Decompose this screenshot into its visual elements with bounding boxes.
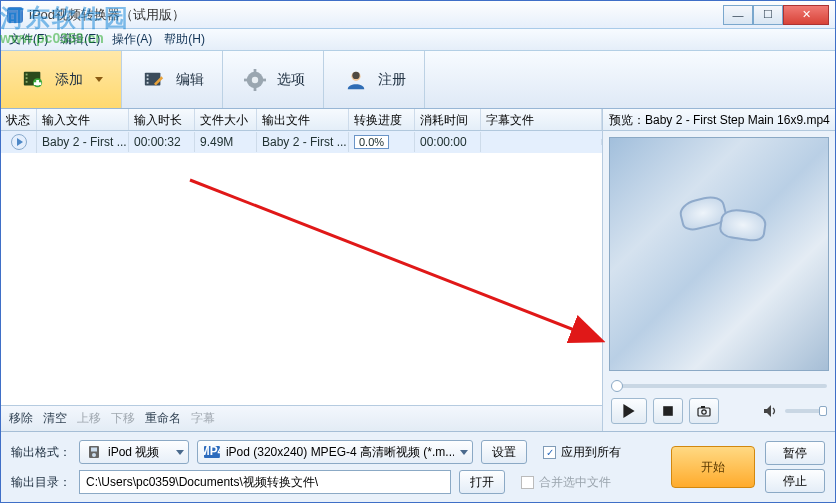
codec-combo[interactable]: MP4 iPod (320x240) MPEG-4 高清晰视频 (*.m... <box>197 440 473 464</box>
ipod-icon <box>86 445 102 459</box>
preview-panel: 预览：Baby 2 - First Step Main 16x9.mp4 <box>603 109 835 431</box>
col-input-file[interactable]: 输入文件 <box>37 109 129 130</box>
maximize-button[interactable]: ☐ <box>753 5 783 25</box>
play-button[interactable] <box>611 398 647 424</box>
close-button[interactable]: ✕ <box>783 5 829 25</box>
format-label: 输出格式： <box>11 444 71 461</box>
rename-link[interactable]: 重命名 <box>145 410 181 427</box>
preview-title: 预览：Baby 2 - First Step Main 16x9.mp4 <box>603 109 835 131</box>
minimize-button[interactable]: — <box>723 5 753 25</box>
col-subtitle[interactable]: 字幕文件 <box>481 109 602 130</box>
svg-rect-23 <box>701 406 705 408</box>
col-progress[interactable]: 转换进度 <box>349 109 415 130</box>
app-icon <box>7 7 23 23</box>
svg-rect-15 <box>254 86 257 91</box>
profile-combo[interactable]: iPod 视频 <box>79 440 189 464</box>
svg-point-19 <box>352 71 359 78</box>
table-row[interactable]: Baby 2 - First ... 00:00:32 9.49M Baby 2… <box>1 131 602 153</box>
settings-button[interactable]: 设置 <box>481 440 527 464</box>
col-output-file[interactable]: 输出文件 <box>257 109 349 130</box>
svg-rect-9 <box>147 74 149 76</box>
slider-thumb[interactable] <box>611 380 623 392</box>
svg-point-13 <box>252 76 258 82</box>
stop-button[interactable] <box>653 398 683 424</box>
svg-rect-3 <box>26 80 28 82</box>
menubar: 文件(F) 编辑(E) 操作(A) 帮助(H) <box>1 29 835 51</box>
open-button[interactable]: 打开 <box>459 470 505 494</box>
menu-edit[interactable]: 编辑(E) <box>60 31 100 48</box>
add-button[interactable]: 添加 <box>1 51 122 108</box>
clear-link[interactable]: 清空 <box>43 410 67 427</box>
stopconv-button[interactable]: 停止 <box>765 469 825 493</box>
menu-file[interactable]: 文件(F) <box>9 31 48 48</box>
volume-icon <box>763 404 779 418</box>
window-title: iPod视频转换器（试用版） <box>29 6 185 24</box>
col-input-duration[interactable]: 输入时长 <box>129 109 195 130</box>
svg-rect-17 <box>261 78 266 81</box>
svg-point-22 <box>702 410 706 414</box>
menu-help[interactable]: 帮助(H) <box>164 31 205 48</box>
snapshot-button[interactable] <box>689 398 719 424</box>
table-header: 状态 输入文件 输入时长 文件大小 输出文件 转换进度 消耗时间 字幕文件 <box>1 109 602 131</box>
merge-checkbox[interactable] <box>521 476 534 489</box>
chevron-down-icon <box>176 450 184 455</box>
svg-text:MP4: MP4 <box>204 446 220 458</box>
option-button[interactable]: 选项 <box>223 51 324 108</box>
dir-label: 输出目录： <box>11 474 71 491</box>
output-dir-input[interactable]: C:\Users\pc0359\Documents\视频转换文件\ <box>79 470 451 494</box>
gear-icon <box>241 66 269 94</box>
svg-point-26 <box>92 453 96 457</box>
seek-slider[interactable] <box>603 377 835 395</box>
chevron-down-icon <box>460 450 468 455</box>
volume-slider[interactable] <box>785 409 827 413</box>
toolbar: 添加 编辑 选项 注册 <box>1 51 835 109</box>
edit-button[interactable]: 编辑 <box>122 51 223 108</box>
col-elapsed[interactable]: 消耗时间 <box>415 109 481 130</box>
titlebar[interactable]: iPod视频转换器（试用版） — ☐ ✕ <box>1 1 835 29</box>
register-button[interactable]: 注册 <box>324 51 425 108</box>
progress-value: 0.0% <box>354 135 389 149</box>
svg-rect-20 <box>663 406 673 416</box>
play-status-icon <box>11 134 27 150</box>
pause-button[interactable]: 暂停 <box>765 441 825 465</box>
bottom-panel: 输出格式： iPod 视频 MP4 iPod (320x240) MPEG-4 … <box>1 431 835 502</box>
chevron-down-icon <box>95 77 103 82</box>
menu-action[interactable]: 操作(A) <box>112 31 152 48</box>
svg-rect-10 <box>147 78 149 80</box>
svg-rect-14 <box>254 69 257 74</box>
merge-label: 合并选中文件 <box>539 474 611 491</box>
subtitle-link[interactable]: 字幕 <box>191 410 215 427</box>
user-icon <box>342 66 370 94</box>
start-button[interactable]: 开始 <box>671 446 755 488</box>
preview-content <box>718 207 768 243</box>
svg-rect-25 <box>91 448 97 452</box>
remove-link[interactable]: 移除 <box>9 410 33 427</box>
list-footer: 移除 清空 上移 下移 重命名 字幕 <box>1 405 602 431</box>
moveup-link[interactable]: 上移 <box>77 410 101 427</box>
mp4-icon: MP4 <box>204 446 220 458</box>
apply-all-checkbox[interactable]: ✓ <box>543 446 556 459</box>
svg-rect-1 <box>26 73 28 75</box>
svg-rect-11 <box>147 81 149 83</box>
col-status[interactable]: 状态 <box>1 109 37 130</box>
svg-rect-16 <box>244 78 249 81</box>
svg-rect-2 <box>26 77 28 79</box>
movedown-link[interactable]: 下移 <box>111 410 135 427</box>
film-add-icon <box>19 66 47 94</box>
film-edit-icon <box>140 66 168 94</box>
preview-video[interactable] <box>609 137 829 371</box>
file-list-area: 状态 输入文件 输入时长 文件大小 输出文件 转换进度 消耗时间 字幕文件 Ba… <box>1 109 603 431</box>
col-file-size[interactable]: 文件大小 <box>195 109 257 130</box>
apply-all-label: 应用到所有 <box>561 444 621 461</box>
